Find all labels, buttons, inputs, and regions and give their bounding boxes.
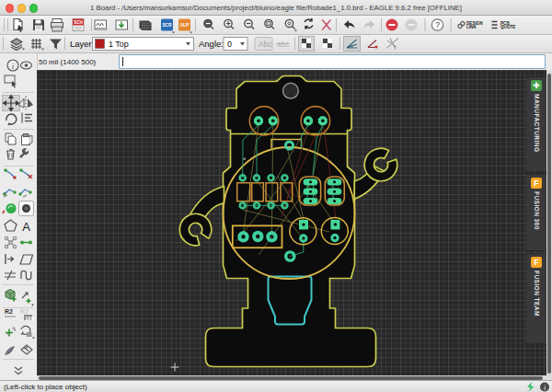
svg-text:SCH: SCH	[74, 20, 83, 25]
svg-text:1 Top: 1 Top	[109, 40, 129, 49]
svg-text:i: i	[12, 62, 15, 71]
svg-text:Abc: Abc	[259, 40, 272, 49]
svg-text:R2: R2	[20, 308, 29, 315]
svg-text:Angle:: Angle:	[199, 39, 224, 49]
svg-text:QUOTE: QUOTE	[500, 25, 515, 29]
svg-text:ULP: ULP	[180, 23, 190, 28]
svg-text:LINK: LINK	[466, 25, 477, 29]
svg-text:i: i	[544, 384, 546, 392]
svg-text:?: ?	[435, 20, 440, 29]
svg-text:R2: R2	[5, 308, 13, 315]
svg-text:0: 0	[227, 40, 232, 49]
svg-text:A: A	[22, 220, 30, 234]
svg-text:10k: 10k	[25, 316, 35, 321]
svg-text:SCR: SCR	[162, 23, 172, 28]
svg-text:Layer:: Layer:	[70, 39, 94, 49]
